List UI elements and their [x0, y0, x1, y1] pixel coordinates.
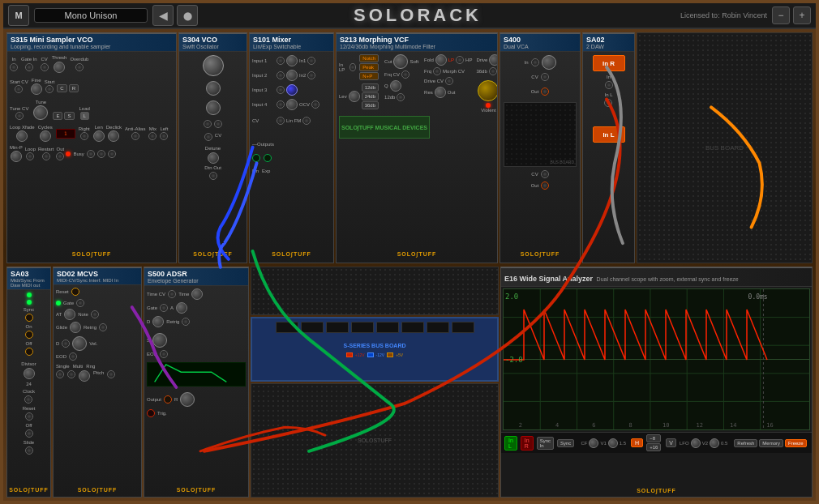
port-sd02-pitch[interactable]	[107, 370, 115, 378]
knob-cut[interactable]	[393, 54, 408, 69]
port-12db[interactable]	[397, 93, 405, 101]
knob-input1[interactable]	[286, 55, 298, 66]
knob-morph[interactable]	[478, 80, 498, 101]
knob-lfo[interactable]	[691, 438, 701, 448]
port-s[interactable]	[97, 150, 105, 158]
knob-fine[interactable]	[31, 83, 42, 95]
knob-s304-2[interactable]	[206, 81, 221, 96]
btn-36db[interactable]: 36db	[362, 101, 379, 109]
port-s304-cv[interactable]	[204, 133, 212, 141]
knob-v1[interactable]	[608, 438, 618, 448]
port-sa03-sync[interactable]	[25, 314, 33, 322]
knob-res[interactable]	[435, 87, 446, 98]
knob-q[interactable]	[390, 80, 401, 92]
port-s304-2[interactable]	[214, 120, 222, 128]
knob-s500-d[interactable]	[152, 316, 164, 327]
port-s304-1[interactable]	[204, 120, 212, 128]
btn-h[interactable]: H	[631, 438, 643, 447]
port-right[interactable]	[80, 132, 88, 140]
port-s400-in1[interactable]	[531, 58, 539, 66]
port-sd02-reset[interactable]	[71, 288, 79, 296]
port-in[interactable]	[10, 63, 18, 71]
port-tune-cv[interactable]	[15, 112, 24, 120]
knob-cycles[interactable]	[40, 130, 51, 142]
port-s500-gate[interactable]	[160, 304, 168, 312]
knob-cf[interactable]	[589, 438, 598, 448]
knob-input4[interactable]	[286, 99, 298, 110]
knob-thresh[interactable]	[54, 62, 65, 73]
knob-declick[interactable]	[108, 130, 119, 142]
port-sd02-single[interactable]	[56, 370, 64, 378]
btn-refresh[interactable]: Refresh	[734, 439, 757, 447]
knob-s304-3[interactable]	[206, 100, 221, 115]
port-anti-alias[interactable]	[131, 132, 139, 140]
port-sa03-on[interactable]	[25, 331, 33, 339]
port-lin-fm[interactable]	[302, 117, 311, 125]
btn-peak[interactable]: Peak	[359, 63, 379, 71]
port-cv[interactable]	[41, 63, 49, 71]
port-in-lp[interactable]	[349, 63, 356, 71]
port-s400-cv1[interactable]	[541, 73, 549, 81]
port-input3[interactable]	[277, 86, 285, 94]
port-s400-out1[interactable]	[541, 88, 549, 96]
maximize-button[interactable]: +	[793, 6, 811, 24]
btn-in-l[interactable]: In L	[504, 436, 517, 451]
stop-button[interactable]: ⬤	[177, 5, 198, 26]
knob-loop-xfade[interactable]	[16, 130, 28, 142]
knob-s400-1[interactable]	[542, 55, 556, 70]
knob-fold[interactable]	[435, 54, 447, 66]
knob-sd02-glide[interactable]	[70, 322, 81, 333]
port-s500-eod[interactable]	[160, 350, 168, 358]
btn-sync-in[interactable]: Sync In	[537, 437, 554, 450]
port-s500-retrig[interactable]	[182, 318, 190, 326]
btn-save[interactable]: S	[64, 112, 74, 120]
btn-exp[interactable]: E	[53, 112, 62, 120]
port-input1[interactable]	[277, 57, 285, 65]
knob-v2[interactable]	[710, 438, 719, 448]
port-loop[interactable]	[26, 152, 34, 160]
port-sa03-off2[interactable]	[25, 429, 33, 438]
port-out-s315[interactable]	[56, 152, 64, 160]
port-lin-p[interactable]	[87, 150, 95, 158]
btn-in-r[interactable]: In R	[521, 436, 534, 451]
port-s500-out[interactable]	[164, 395, 172, 404]
knob-sd02-at[interactable]	[64, 309, 75, 320]
port-sd02-note[interactable]	[91, 310, 99, 318]
port-left[interactable]	[160, 132, 168, 140]
knob-lev[interactable]	[349, 91, 360, 102]
btn-sync[interactable]: Sync	[557, 439, 574, 447]
port-drive-cv[interactable]	[445, 77, 453, 85]
minimize-button[interactable]: −	[772, 6, 790, 24]
knob-input3[interactable]	[286, 84, 298, 96]
knob-sd02-rng[interactable]	[79, 370, 90, 382]
btn-nhp[interactable]: N+P	[359, 72, 379, 80]
port-sa03-clock[interactable]	[24, 395, 32, 404]
port-sa02-in-l[interactable]	[604, 99, 612, 107]
port-frq[interactable]	[433, 67, 441, 75]
knob-input2[interactable]	[286, 70, 298, 81]
port-sd02-multi[interactable]	[67, 370, 75, 378]
port-sd02-d[interactable]	[62, 340, 70, 348]
btn-crop[interactable]: C	[57, 84, 66, 92]
port-in1[interactable]	[307, 57, 315, 65]
btn-24db[interactable]: 24db	[362, 92, 379, 100]
port-sd02-gate[interactable]	[76, 299, 84, 307]
btn-load[interactable]: L	[80, 112, 89, 120]
port-sd02-eod[interactable]	[69, 352, 77, 361]
knob-s500-time[interactable]	[191, 288, 203, 300]
port-s500-trig[interactable]	[147, 409, 155, 417]
port-s400-out2[interactable]	[541, 182, 549, 190]
port-s500-time-cv[interactable]	[168, 290, 176, 298]
knob-s500-r[interactable]	[180, 392, 195, 407]
port-sd02-retrig[interactable]	[99, 323, 107, 331]
port-start-cv[interactable]	[15, 85, 23, 93]
port-sa03-slide[interactable]	[25, 446, 33, 455]
port-restart[interactable]	[42, 152, 50, 160]
btn-rev[interactable]: R	[69, 84, 79, 92]
port-sa03-reset[interactable]	[25, 412, 33, 421]
knob-drive[interactable]	[489, 54, 498, 66]
port-gate-in[interactable]	[25, 63, 33, 71]
port-one-shot[interactable]	[108, 150, 116, 158]
btn-minus-h[interactable]: −8	[646, 434, 661, 442]
btn-plus-h[interactable]: +16	[646, 443, 661, 451]
